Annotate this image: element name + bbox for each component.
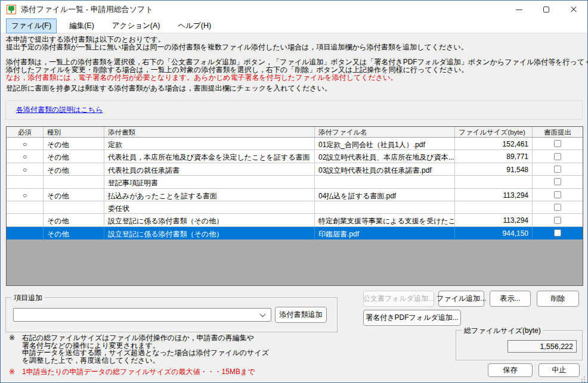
cell-type: その他 bbox=[44, 227, 104, 239]
column-header-document: 添付書類 bbox=[104, 127, 315, 137]
note-marker: ※ bbox=[9, 368, 22, 376]
cell-filesize: 89,771 bbox=[455, 150, 533, 162]
paper-submit-checkbox[interactable] bbox=[554, 178, 561, 185]
link-panel: 各添付書類の説明はこちら bbox=[5, 100, 583, 120]
cell-required: ○ bbox=[7, 138, 44, 150]
cell-document: 委任状 bbox=[104, 201, 315, 213]
attachment-table: 必須 種別 添付書類 添付ファイル名 ファイルサイズ(byte) 書面提出 ○ … bbox=[6, 126, 583, 286]
column-header-filename: 添付ファイル名 bbox=[315, 127, 455, 137]
cell-filesize bbox=[455, 201, 533, 213]
cell-type bbox=[44, 176, 104, 188]
instruction-line-signature-warning: なお，添付書類には，電子署名の付与が必要となります。あらかじめ電子署名を付与した… bbox=[6, 74, 397, 82]
table-row[interactable]: ○ その他 定款 01定款_合同会社（社員1人）.pdf 152,461 bbox=[7, 138, 583, 150]
add-document-button[interactable]: 添付書類追加 bbox=[275, 307, 327, 323]
cell-paper-submit bbox=[533, 163, 583, 175]
note-line-4: を調整した上で，再度送信してください。 bbox=[22, 357, 269, 365]
paper-submit-checkbox[interactable] bbox=[554, 166, 561, 173]
cell-document: 設立登記に係る添付書類（その他） bbox=[104, 214, 315, 226]
paper-submit-checkbox[interactable] bbox=[554, 229, 561, 236]
cell-filename: 01定款_合同会社（社員1人）.pdf bbox=[315, 138, 455, 150]
column-header-type: 種別 bbox=[44, 127, 104, 137]
cell-type: その他 bbox=[44, 163, 104, 175]
note-marker: ※ bbox=[9, 334, 22, 365]
close-button[interactable] bbox=[560, 1, 587, 18]
instruction-line-paper-submit: 登記所に書面を持参又は郵送する添付書類がある場合は，書面提出欄にチェックを入れて… bbox=[6, 85, 332, 92]
cell-filesize: 91,548 bbox=[455, 163, 533, 175]
save-button[interactable]: 保存 bbox=[488, 363, 533, 377]
cell-paper-submit bbox=[533, 214, 583, 226]
cell-type bbox=[44, 201, 104, 213]
table-row[interactable]: ○ その他 代表社員，本店所在地及び資本金を決定したことを証する書面 02設立時… bbox=[7, 150, 583, 163]
table-header: 必須 種別 添付書類 添付ファイル名 ファイルサイズ(byte) 書面提出 bbox=[7, 127, 583, 138]
menu-help[interactable]: ヘルプ(H) bbox=[172, 18, 216, 33]
cell-required bbox=[7, 176, 44, 188]
maximize-icon bbox=[543, 7, 549, 13]
cell-document: 代表社員，本店所在地及び資本金を決定したことを証する書面 bbox=[104, 150, 315, 162]
title-bar[interactable]: 添付ファイル一覧 - 申請用総合ソフト bbox=[1, 1, 587, 18]
cell-paper-submit bbox=[533, 150, 583, 162]
cell-paper-submit bbox=[533, 176, 583, 188]
size-limit-text: 1申請当たりの申請データの総ファイルサイズの最大値・・・15MBまで bbox=[22, 368, 255, 376]
menu-file[interactable]: ファイル(F) bbox=[6, 18, 57, 33]
cell-type: その他 bbox=[44, 214, 104, 226]
column-header-filesize: ファイルサイズ(byte) bbox=[455, 127, 533, 137]
cell-required bbox=[7, 214, 44, 226]
cell-type: その他 bbox=[44, 138, 104, 150]
table-row-selected[interactable]: その他 設立登記に係る添付書類（その他） 印鑑届書.pdf 944,150 bbox=[7, 227, 583, 239]
paper-submit-checkbox[interactable] bbox=[554, 191, 561, 198]
paper-submit-checkbox[interactable] bbox=[554, 217, 561, 224]
cell-filename bbox=[315, 176, 455, 188]
table-row[interactable]: ○ その他 代表社員の就任承諾書 03設立時代表社員の就任承諾書.pdf 91,… bbox=[7, 163, 583, 176]
window-controls bbox=[505, 1, 587, 18]
paper-submit-checkbox[interactable] bbox=[554, 140, 561, 147]
total-filesize-value: 1,556,222 bbox=[507, 340, 577, 353]
cell-required: ○ bbox=[7, 163, 44, 175]
maximize-button[interactable] bbox=[533, 1, 560, 18]
document-type-combobox[interactable] bbox=[13, 308, 271, 322]
total-filesize-group: 総ファイルサイズ(byte) 1,556,222 bbox=[456, 330, 583, 360]
cell-document: 払込みがあったことを証する書面 bbox=[104, 189, 315, 201]
table-row[interactable]: ○ その他 払込みがあったことを証する書面 04払込を証する書面.pdf 113… bbox=[7, 189, 583, 201]
window-title: 添付ファイル一覧 - 申請用総合ソフト bbox=[21, 4, 153, 15]
note-line-1: 右記の総ファイルサイズはファイル添付操作のほか，申請書の再編集や bbox=[22, 334, 269, 342]
minimize-icon bbox=[516, 10, 522, 10]
table-row[interactable]: 登記事項証明書 bbox=[7, 176, 583, 188]
cell-filename: 特定創業支援等事業による支援を受けたこと... bbox=[315, 214, 455, 226]
item-add-group: 項目追加 添付書類追加 bbox=[5, 297, 338, 332]
instruction-line-2: 提出予定の添付書類が一覧上に無い場合又は同一の添付書類を複数ファイル添付したい場… bbox=[6, 43, 468, 51]
paper-submit-checkbox[interactable] bbox=[554, 153, 561, 160]
cell-filename: 04払込を証する書面.pdf bbox=[315, 189, 455, 201]
cell-filename bbox=[315, 201, 455, 213]
column-header-required: 必須 bbox=[7, 127, 44, 137]
menu-edit[interactable]: 編集(E) bbox=[64, 18, 100, 33]
file-add-button[interactable]: ファイル追加... bbox=[438, 291, 484, 307]
attachment-description-link[interactable]: 各添付書類の説明はこちら bbox=[16, 105, 103, 115]
size-limit-note: ※ 1申請当たりの申請データの総ファイルサイズの最大値・・・15MBまで bbox=[9, 368, 255, 376]
cell-type: その他 bbox=[44, 150, 104, 162]
cell-filesize bbox=[455, 176, 533, 188]
delete-button[interactable]: 削除 bbox=[537, 291, 579, 307]
app-icon bbox=[7, 5, 16, 14]
signed-pdf-folder-add-button[interactable]: 署名付きPDFフォルダ追加... bbox=[363, 310, 461, 326]
official-folder-add-button[interactable]: 公文書フォルダ追加... bbox=[363, 291, 434, 307]
cell-required: ○ bbox=[7, 150, 44, 162]
cell-paper-submit bbox=[533, 201, 583, 213]
filesize-note: ※ 右記の総ファイルサイズはファイル添付操作のほか，申請書の再編集や 署名付与な… bbox=[9, 334, 269, 365]
menu-action[interactable]: アクション(A) bbox=[107, 18, 166, 33]
chevron-down-icon bbox=[260, 312, 266, 317]
table-row[interactable]: 委任状 bbox=[7, 201, 583, 214]
minimize-button[interactable] bbox=[505, 1, 533, 18]
cell-filesize: 944,150 bbox=[455, 227, 533, 239]
cell-type: その他 bbox=[44, 189, 104, 201]
column-header-paper-submit: 書面提出 bbox=[533, 127, 583, 137]
cell-paper-submit bbox=[533, 138, 583, 150]
view-button[interactable]: 表示... bbox=[490, 291, 531, 307]
cancel-button[interactable]: 中止 bbox=[539, 363, 580, 377]
application-window: 添付ファイル一覧 - 申請用総合ソフト ファイル(F) 編集(E) アクション(… bbox=[0, 0, 588, 383]
table-row[interactable]: その他 設立登記に係る添付書類（その他） 特定創業支援等事業による支援を受けたこ… bbox=[7, 214, 583, 226]
resize-grip[interactable] bbox=[580, 375, 585, 380]
paper-submit-checkbox[interactable] bbox=[554, 204, 561, 211]
cell-filesize: 113,294 bbox=[455, 189, 533, 201]
cell-document: 登記事項証明書 bbox=[104, 176, 315, 188]
menu-bar: ファイル(F) 編集(E) アクション(A) ヘルプ(H) bbox=[1, 18, 587, 33]
